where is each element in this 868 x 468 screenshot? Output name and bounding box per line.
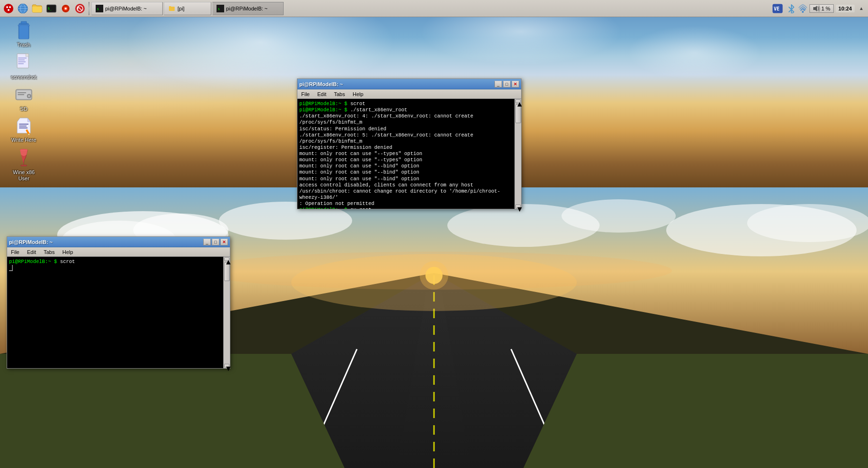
term-line: access control disabled, clients can con… xyxy=(299,182,513,188)
terminal-large-title: pi@RPiModelB: ~ xyxy=(299,81,343,87)
terminal-large-body[interactable]: pi@RPiModelB:~ $ scrot pi@RPiModelB:~ $ … xyxy=(297,99,514,209)
screenshot-icon-image xyxy=(14,53,33,72)
terminal-large-window: pi@RPiModelB: ~ _ □ ✕ File Edit Tabs Hel… xyxy=(297,78,522,209)
svg-rect-63 xyxy=(18,92,26,93)
svg-text:VE: VE xyxy=(774,6,779,11)
task-term1-label: pi@RPiModelB: ~ xyxy=(105,6,147,11)
system-clock[interactable]: 10:24 xyxy=(836,5,855,12)
svg-rect-67 xyxy=(19,124,29,125)
terminal-large-minimize[interactable]: _ xyxy=(494,81,502,88)
small-menu-edit[interactable]: Edit xyxy=(25,248,38,256)
term-line: pi@RPiModelB:~ $ su root xyxy=(299,207,513,209)
terminal-small-scrollbar[interactable]: ▲ ▼ xyxy=(223,257,230,368)
write-desktop-icon[interactable]: Write Here xyxy=(5,114,43,145)
svg-rect-69 xyxy=(19,127,28,128)
small-scroll-up-btn[interactable]: ▲ xyxy=(224,257,229,261)
ibus-icon[interactable]: VE xyxy=(770,3,785,14)
folder-icon[interactable] xyxy=(30,2,44,15)
volume-label: 1 % xyxy=(821,6,830,11)
scroll-down-btn[interactable]: ▼ xyxy=(515,205,521,208)
terminal-large-menubar: File Edit Tabs Help xyxy=(297,89,521,99)
svg-point-46 xyxy=(802,11,804,13)
terminal-small-body[interactable]: pi@RPiModelB:~ $ scrot █ xyxy=(7,257,223,368)
svg-text:$: $ xyxy=(97,7,99,10)
raspberry-pi-icon[interactable] xyxy=(2,2,15,15)
task-term1-icon: $ xyxy=(96,5,103,12)
task-button-term2[interactable]: $ pi@RPiModelB: ~ xyxy=(212,2,284,15)
task-term2-label: pi@RPiModelB: ~ xyxy=(226,6,267,11)
terminal-small-minimize[interactable]: _ xyxy=(203,239,211,245)
wine-svg-icon xyxy=(16,148,31,168)
taskbar-separator-1 xyxy=(89,2,89,15)
globe-icon[interactable] xyxy=(16,2,30,15)
trash-desktop-icon[interactable]: Trash xyxy=(5,19,43,50)
menu-help[interactable]: Help xyxy=(351,90,365,98)
scroll-up-btn[interactable]: ▲ xyxy=(515,99,521,103)
term-line: pi@RPiModelB:~ $ ./start_x86env_root xyxy=(299,107,513,113)
svg-point-24 xyxy=(9,6,11,8)
terminal-small-close[interactable]: ✕ xyxy=(220,239,228,245)
expand-tray-icon[interactable]: ▲ xyxy=(857,4,866,13)
menu-edit[interactable]: Edit xyxy=(316,90,328,98)
hdd-icon-label: SD xyxy=(20,106,27,112)
screenshot-icon-label: screenshot xyxy=(11,74,37,80)
terminal-large-close[interactable]: ✕ xyxy=(512,81,519,88)
term-line: mount: only root can use "--bind" option xyxy=(299,176,513,182)
bluetooth-icon[interactable] xyxy=(787,4,796,13)
small-menu-file[interactable]: File xyxy=(9,248,21,256)
svg-rect-68 xyxy=(19,126,27,127)
hdd-desktop-icon[interactable]: SD xyxy=(5,83,43,114)
term-small-line: pi@RPiModelB:~ $ scrot xyxy=(9,259,221,265)
svg-point-19 xyxy=(747,204,868,242)
svg-point-35 xyxy=(65,8,67,10)
small-menu-help[interactable]: Help xyxy=(60,248,75,256)
terminal-mini2-icon: $ xyxy=(217,6,223,11)
menu-file[interactable]: File xyxy=(299,90,312,98)
term-line: isc/status: Permission denied xyxy=(299,126,513,132)
app-icon[interactable]: ! xyxy=(73,2,87,15)
terminal-large-scrollbar[interactable]: ▲ ▼ xyxy=(514,99,521,209)
bluetooth-svg xyxy=(787,4,796,13)
task-button-folder[interactable]: [pi] xyxy=(164,2,211,15)
wine-desktop-icon[interactable]: Wine x86 User xyxy=(5,146,43,184)
small-menu-tabs[interactable]: Tabs xyxy=(42,248,57,256)
screenshot-desktop-icon[interactable]: screenshot xyxy=(5,51,43,82)
svg-text:$: $ xyxy=(218,7,220,10)
svg-marker-8 xyxy=(523,354,868,468)
terminal-svg: $_ xyxy=(46,3,57,14)
write-icon-label: Write Here xyxy=(11,137,36,143)
term-line: ./start_x86env_root: 5: ./start_x86env_r… xyxy=(299,132,513,145)
write-svg-icon xyxy=(15,116,32,135)
term-line: ./start_x86env_root: 4: ./start_x86env_r… xyxy=(299,113,513,126)
task-button-term1[interactable]: $ pi@RPiModelB: ~ xyxy=(91,2,163,15)
menu-tabs[interactable]: Tabs xyxy=(332,90,347,98)
svg-rect-49 xyxy=(21,21,27,24)
terminal-small-content-area: pi@RPiModelB:~ $ scrot █ ▲ ▼ xyxy=(7,257,230,368)
terminal-small-maximize[interactable]: □ xyxy=(212,239,219,245)
svg-marker-7 xyxy=(0,354,345,468)
term-line: : Operation not permitted xyxy=(299,201,513,207)
term-line: /usr/sbin/chroot: cannot change root dir… xyxy=(299,188,513,201)
ibus-svg: VE xyxy=(772,4,783,13)
gear-svg xyxy=(60,3,71,14)
terminal-large-controls: _ □ ✕ xyxy=(494,81,519,88)
task-term2-icon: $ xyxy=(217,5,224,12)
taskbar-terminal-icon[interactable]: $_ xyxy=(45,2,58,15)
small-scroll-down-btn[interactable]: ▼ xyxy=(224,364,229,368)
wifi-icon[interactable] xyxy=(798,4,808,13)
desktop xyxy=(0,0,868,468)
terminal-large-maximize[interactable]: □ xyxy=(503,81,511,88)
svg-rect-55 xyxy=(18,58,27,58)
term-line: mount: only root can use "--bind" option xyxy=(299,169,513,176)
settings-icon[interactable] xyxy=(59,2,72,15)
clock-time: 10:24 xyxy=(838,6,852,11)
term-line: isc/register: Permission denied xyxy=(299,145,513,151)
terminal-mini-icon: $ xyxy=(97,6,102,11)
terminal-small-controls: _ □ ✕ xyxy=(203,239,228,245)
term-line: mount: only root can use "--bind" option xyxy=(299,163,513,169)
volume-control[interactable]: 1 % xyxy=(809,4,834,13)
term-line: mount: only root can use "--types" optio… xyxy=(299,151,513,157)
terminal-small-titlebar: pi@RPiModelB: ~ _ □ ✕ xyxy=(7,237,230,247)
svg-marker-47 xyxy=(813,6,817,11)
wine-icon-label: Wine x86 User xyxy=(7,169,41,182)
